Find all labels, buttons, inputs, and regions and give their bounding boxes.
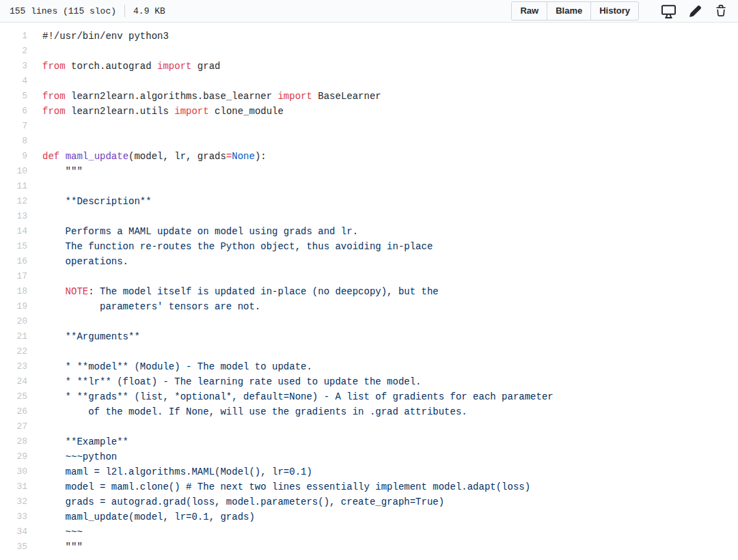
line-number[interactable]: 19 bbox=[0, 299, 27, 314]
code-line-content: """ bbox=[27, 540, 83, 555]
code-line-content: ~~~ bbox=[27, 524, 83, 540]
code-line-content: of the model. If None, will use the grad… bbox=[27, 404, 467, 419]
file-header: 155 lines (115 sloc) 4.9 KB Raw Blame Hi… bbox=[0, 0, 738, 23]
file-size: 4.9 KB bbox=[133, 6, 165, 16]
line-number[interactable]: 20 bbox=[0, 314, 27, 329]
line-number[interactable]: 21 bbox=[0, 329, 27, 344]
line-number[interactable]: 24 bbox=[0, 374, 27, 389]
line-number[interactable]: 5 bbox=[0, 89, 27, 104]
code-line-content: Performs a MAML update on model using gr… bbox=[27, 224, 358, 239]
code-line-content bbox=[27, 419, 42, 434]
line-number[interactable]: 29 bbox=[0, 449, 27, 464]
code-line: 15 The function re-routes the Python obj… bbox=[0, 239, 738, 254]
line-number[interactable]: 17 bbox=[0, 269, 27, 284]
line-number[interactable]: 3 bbox=[0, 59, 27, 74]
edit-file-button[interactable] bbox=[689, 5, 702, 18]
code-line: 30 maml = l2l.algorithms.MAML(Model(), l… bbox=[0, 464, 738, 479]
line-number[interactable]: 9 bbox=[0, 149, 27, 164]
line-number[interactable]: 14 bbox=[0, 224, 27, 239]
open-in-desktop-button[interactable] bbox=[661, 4, 676, 18]
pencil-icon bbox=[689, 5, 702, 18]
line-number[interactable]: 23 bbox=[0, 359, 27, 374]
code-line-content: from torch.autograd import grad bbox=[27, 59, 220, 74]
delete-file-button[interactable] bbox=[715, 5, 727, 17]
code-line: 26 of the model. If None, will use the g… bbox=[0, 404, 738, 419]
device-desktop-icon bbox=[661, 4, 676, 18]
code-line-content: maml = l2l.algorithms.MAML(Model(), lr=0… bbox=[27, 464, 312, 479]
code-line: 33 maml_update(model, lr=0.1, grads) bbox=[0, 509, 738, 524]
line-number[interactable]: 18 bbox=[0, 284, 27, 299]
code-blob: 1#!/usr/bin/env python323from torch.auto… bbox=[0, 23, 738, 555]
code-line-content bbox=[27, 269, 42, 284]
code-line: 13 bbox=[0, 209, 738, 224]
code-line-content bbox=[27, 344, 42, 359]
code-line-content bbox=[27, 314, 42, 329]
line-number[interactable]: 30 bbox=[0, 464, 27, 479]
file-lines-info: 155 lines (115 sloc) bbox=[10, 6, 116, 16]
code-line: 23 * **model** (Module) - The model to u… bbox=[0, 359, 738, 374]
code-line: 3from torch.autograd import grad bbox=[0, 59, 738, 74]
code-line-content bbox=[27, 119, 42, 134]
line-number[interactable]: 7 bbox=[0, 119, 27, 134]
line-number[interactable]: 31 bbox=[0, 479, 27, 494]
code-line-content: parameters' tensors are not. bbox=[27, 299, 260, 314]
code-line-content: The function re-routes the Python object… bbox=[27, 239, 433, 254]
raw-button[interactable]: Raw bbox=[511, 1, 547, 20]
code-line: 7 bbox=[0, 119, 738, 134]
line-number[interactable]: 2 bbox=[0, 44, 27, 59]
code-line-content bbox=[27, 179, 42, 194]
line-number[interactable]: 35 bbox=[0, 540, 27, 555]
line-number[interactable]: 10 bbox=[0, 164, 27, 179]
code-line: 17 bbox=[0, 269, 738, 284]
code-line-content: **Arguments** bbox=[27, 329, 140, 344]
code-line: 14 Performs a MAML update on model using… bbox=[0, 224, 738, 239]
line-number[interactable]: 16 bbox=[0, 254, 27, 269]
code-line: 19 parameters' tensors are not. bbox=[0, 299, 738, 314]
code-line: 12 **Description** bbox=[0, 194, 738, 209]
line-number[interactable]: 11 bbox=[0, 179, 27, 194]
code-line-content bbox=[27, 74, 42, 89]
code-line: 25 * **grads** (list, *optional*, defaul… bbox=[0, 389, 738, 404]
line-number[interactable]: 22 bbox=[0, 344, 27, 359]
line-number[interactable]: 13 bbox=[0, 209, 27, 224]
code-line-content bbox=[27, 44, 42, 59]
code-line-content: * **model** (Module) - The model to upda… bbox=[27, 359, 312, 374]
line-number[interactable]: 34 bbox=[0, 524, 27, 540]
code-line: 2 bbox=[0, 44, 738, 59]
file-info-divider bbox=[124, 5, 125, 17]
code-line: 28 **Example** bbox=[0, 434, 738, 449]
code-line: 29 ~~~python bbox=[0, 449, 738, 464]
code-line: 20 bbox=[0, 314, 738, 329]
code-line: 11 bbox=[0, 179, 738, 194]
line-number[interactable]: 33 bbox=[0, 509, 27, 524]
line-number[interactable]: 4 bbox=[0, 74, 27, 89]
line-number[interactable]: 8 bbox=[0, 134, 27, 149]
line-number[interactable]: 26 bbox=[0, 404, 27, 419]
code-line: 6from learn2learn.utils import clone_mod… bbox=[0, 104, 738, 119]
code-line: 34 ~~~ bbox=[0, 524, 738, 540]
code-line: 22 bbox=[0, 344, 738, 359]
line-number[interactable]: 25 bbox=[0, 389, 27, 404]
history-button[interactable]: History bbox=[590, 1, 639, 20]
code-line: 1#!/usr/bin/env python3 bbox=[0, 29, 738, 44]
line-number[interactable]: 12 bbox=[0, 194, 27, 209]
code-line-content: #!/usr/bin/env python3 bbox=[27, 29, 169, 44]
line-number[interactable]: 27 bbox=[0, 419, 27, 434]
code-line-content: NOTE: The model itself is updated in-pla… bbox=[27, 284, 439, 299]
code-line: 31 model = maml.clone() # The next two l… bbox=[0, 479, 738, 494]
code-line-content: ~~~python bbox=[27, 449, 117, 464]
code-line: 35 """ bbox=[0, 540, 738, 555]
code-line: 21 **Arguments** bbox=[0, 329, 738, 344]
code-line-content: def maml_update(model, lr, grads=None): bbox=[27, 149, 266, 164]
line-number[interactable]: 6 bbox=[0, 104, 27, 119]
line-number[interactable]: 32 bbox=[0, 494, 27, 509]
code-line-content: operations. bbox=[27, 254, 128, 269]
code-line: 5from learn2learn.algorithms.base_learne… bbox=[0, 89, 738, 104]
line-number[interactable]: 1 bbox=[0, 29, 27, 44]
code-line-content: maml_update(model, lr=0.1, grads) bbox=[27, 509, 255, 524]
blame-button[interactable]: Blame bbox=[547, 1, 591, 20]
code-line: 9def maml_update(model, lr, grads=None): bbox=[0, 149, 738, 164]
line-number[interactable]: 15 bbox=[0, 239, 27, 254]
code-line-content: * **lr** (float) - The learning rate use… bbox=[27, 374, 422, 389]
line-number[interactable]: 28 bbox=[0, 434, 27, 449]
